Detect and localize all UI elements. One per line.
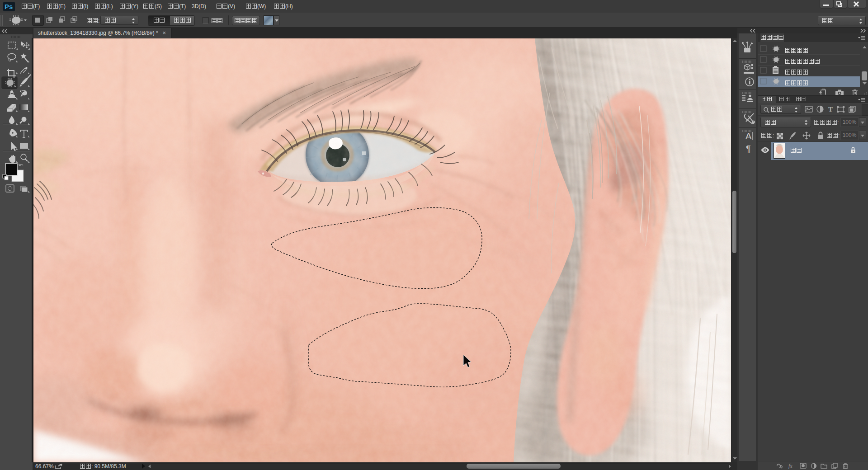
svg-text:¶: ¶ (746, 144, 751, 154)
svg-text:Ps: Ps (5, 3, 13, 10)
svg-text:T: T (828, 106, 833, 113)
svg-text:A: A (745, 131, 752, 141)
svg-text:fx: fx (788, 463, 793, 469)
